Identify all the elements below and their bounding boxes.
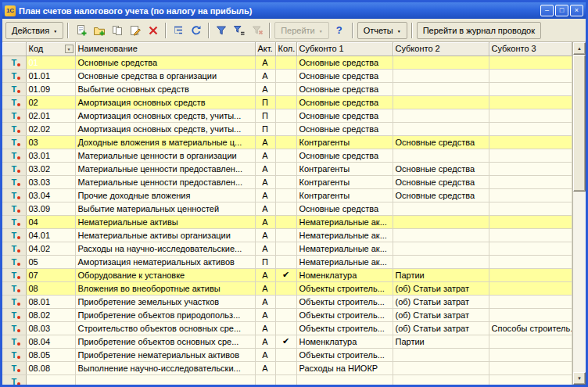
cell-s2[interactable] xyxy=(393,242,489,255)
cell-code[interactable]: 03.02 xyxy=(26,162,75,175)
cell-act[interactable]: П xyxy=(255,95,275,109)
cell-s2[interactable] xyxy=(393,109,489,122)
scroll-down-button[interactable]: ▼ xyxy=(573,372,586,385)
refresh-icon[interactable] xyxy=(188,22,205,39)
cell-s2[interactable] xyxy=(393,348,489,361)
column-header-s1[interactable]: Субконто 1 xyxy=(296,42,393,56)
cell-act[interactable]: А xyxy=(255,135,275,149)
cell-name[interactable]: Материальные ценности предоставлен... xyxy=(75,175,255,188)
account-row[interactable]: Т07Оборудование к установкеА✔Номенклатур… xyxy=(2,268,572,281)
column-header-kol[interactable]: Кол. xyxy=(275,42,296,56)
cell-name[interactable]: Амортизация основных средств, учиты... xyxy=(75,122,255,135)
cell-s2[interactable]: (об) Статьи затрат xyxy=(393,308,489,321)
cell-kol[interactable] xyxy=(275,175,296,188)
cell-name[interactable]: Приобретение нематериальных активов xyxy=(75,348,255,361)
account-row[interactable]: Т04.02Расходы на научно-исследовательски… xyxy=(2,242,572,255)
cell-code[interactable]: 03.01 xyxy=(26,149,75,162)
cell-kol[interactable] xyxy=(275,215,296,228)
cell-kol[interactable] xyxy=(275,135,296,149)
cell-s1[interactable]: Основные средства xyxy=(296,82,393,95)
cell-s3[interactable] xyxy=(489,122,572,135)
cell-s2[interactable] xyxy=(393,215,489,228)
add-icon[interactable] xyxy=(73,22,90,39)
cell-code[interactable]: 03 xyxy=(26,135,75,149)
goto-button[interactable]: Перейти xyxy=(274,22,329,39)
cell-code[interactable]: 02.01 xyxy=(26,109,75,122)
cell-s1[interactable]: Контрагенты xyxy=(296,175,393,188)
account-row[interactable]: Т03.01Материальные ценности в организаци… xyxy=(2,149,572,162)
cell-s3[interactable] xyxy=(489,175,572,188)
cell-s2[interactable] xyxy=(393,82,489,95)
cell-code[interactable]: 08.05 xyxy=(26,348,75,361)
cell-code[interactable]: 01.09 xyxy=(26,82,75,95)
cell-s2[interactable] xyxy=(393,95,489,109)
cell-name[interactable] xyxy=(75,374,255,385)
cell-act[interactable]: А xyxy=(255,175,275,188)
cell-s2[interactable] xyxy=(393,255,489,268)
cell-name[interactable]: Приобретение объектов основных сре... xyxy=(75,335,255,348)
cell-kol[interactable] xyxy=(275,295,296,308)
cell-s2[interactable]: Партии xyxy=(393,268,489,281)
account-row[interactable]: Т01.01Основные средства в организацииАОс… xyxy=(2,69,572,82)
cell-s1[interactable]: Номенклатура xyxy=(296,335,393,348)
cell-s1[interactable]: Расходы на НИОКР xyxy=(296,361,393,374)
cell-act[interactable]: А xyxy=(255,69,275,82)
maximize-button[interactable]: □ xyxy=(555,5,568,16)
cell-s1[interactable]: Основные средства xyxy=(296,202,393,215)
cell-name[interactable]: Материальные ценности предоставлен... xyxy=(75,162,255,175)
cell-s3[interactable] xyxy=(489,202,572,215)
cell-s2[interactable]: Основные средства xyxy=(393,162,489,175)
edit-icon[interactable] xyxy=(127,22,144,39)
scrollbar-thumb[interactable] xyxy=(573,55,586,192)
help-button[interactable]: ? xyxy=(331,22,348,39)
account-row[interactable]: Т05Амортизация нематериальных активовПНе… xyxy=(2,255,572,268)
cell-name[interactable]: Нематериальные активы организации xyxy=(75,228,255,242)
cell-kol[interactable] xyxy=(275,348,296,361)
cell-act[interactable]: П xyxy=(255,109,275,122)
cell-s3[interactable] xyxy=(489,95,572,109)
cell-kol[interactable] xyxy=(275,374,296,385)
cell-act[interactable]: А xyxy=(255,321,275,335)
cell-s1[interactable]: Контрагенты xyxy=(296,135,393,149)
cell-s1[interactable]: Номенклатура xyxy=(296,268,393,281)
cell-s3[interactable] xyxy=(489,308,572,321)
cell-s1[interactable]: Основные средства xyxy=(296,122,393,135)
cell-kol[interactable] xyxy=(275,321,296,335)
cell-name[interactable]: Материальные ценности в организации xyxy=(75,149,255,162)
scroll-up-button[interactable]: ▲ xyxy=(573,42,586,55)
cell-kol[interactable] xyxy=(275,361,296,374)
cell-act[interactable]: А xyxy=(255,335,275,348)
cell-name[interactable]: Доходные вложения в материальные ц... xyxy=(75,135,255,149)
cell-act[interactable]: П xyxy=(255,255,275,268)
cell-code[interactable]: 08.02 xyxy=(26,308,75,321)
cell-act[interactable]: А xyxy=(255,361,275,374)
cell-act[interactable] xyxy=(255,374,275,385)
cell-act[interactable]: А xyxy=(255,202,275,215)
column-header-s2[interactable]: Субконто 2 xyxy=(393,42,489,56)
cell-s3[interactable] xyxy=(489,361,572,374)
cell-s2[interactable] xyxy=(393,56,489,69)
account-row[interactable]: Т02Амортизация основных средствПОсновные… xyxy=(2,95,572,109)
add-group-icon[interactable] xyxy=(91,22,108,39)
cell-s3[interactable] xyxy=(489,215,572,228)
cell-kol[interactable] xyxy=(275,95,296,109)
cell-name[interactable]: Амортизация основных средств, учиты... xyxy=(75,109,255,122)
cell-name[interactable]: Выбытие материальных ценностей xyxy=(75,202,255,215)
cell-kol[interactable]: ✔ xyxy=(275,268,296,281)
cell-kol[interactable] xyxy=(275,82,296,95)
account-row[interactable]: Т03.03Материальные ценности предоставлен… xyxy=(2,175,572,188)
cell-name[interactable]: Расходы на научно-исследовательские... xyxy=(75,242,255,255)
cell-code[interactable]: 04.02 xyxy=(26,242,75,255)
account-row[interactable]: Т08.04Приобретение объектов основных сре… xyxy=(2,335,572,348)
cell-s3[interactable] xyxy=(489,242,572,255)
cell-code[interactable]: 08.03 xyxy=(26,321,75,335)
cell-kol[interactable] xyxy=(275,202,296,215)
cell-kol[interactable] xyxy=(275,308,296,321)
sort-indicator-icon[interactable]: ▼ xyxy=(65,45,74,53)
column-header-code[interactable]: Код▼ xyxy=(26,42,75,56)
cell-s3[interactable] xyxy=(489,255,572,268)
cell-name[interactable]: Приобретение объектов природопольз... xyxy=(75,308,255,321)
account-row[interactable]: Т08.03Строительство объектов основных ср… xyxy=(2,321,572,335)
column-header-name[interactable]: Наименование xyxy=(75,42,255,56)
cell-code[interactable]: 01 xyxy=(26,56,75,69)
